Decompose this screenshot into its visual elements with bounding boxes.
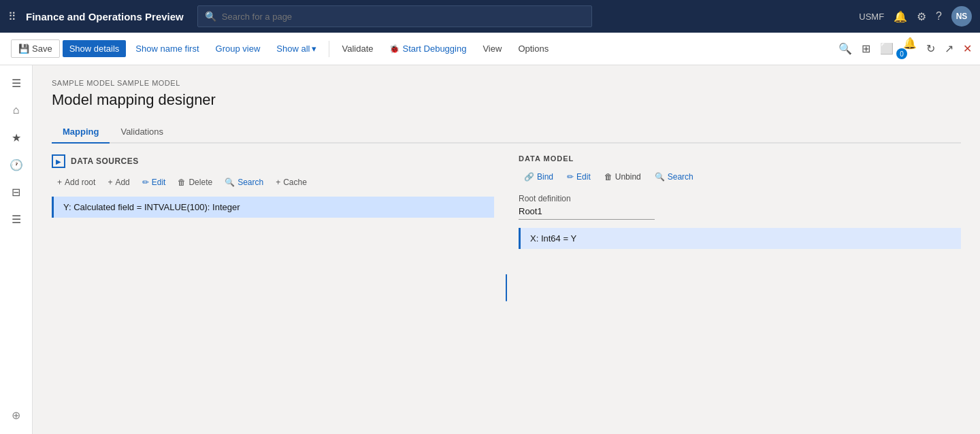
data-model-panel: DATA MODEL 🔗 Bind ✏ Edit 🗑 Unbind — [508, 154, 961, 421]
settings-icon[interactable]: ⚙ — [917, 10, 926, 23]
tab-validations[interactable]: Validations — [110, 121, 174, 144]
root-definition-value[interactable]: Root1 — [519, 206, 655, 220]
panel-collapse-icon[interactable]: ▶ — [52, 154, 65, 168]
tabs: Mapping Validations — [52, 121, 961, 144]
help-icon[interactable]: ? — [936, 10, 942, 22]
maximize-button[interactable]: ↗ — [942, 39, 956, 58]
main-content: SAMPLE MODEL SAMPLE MODEL Model mapping … — [33, 65, 980, 434]
panels-container: ▶ DATA SOURCES + Add root + Add ✏ Edit — [52, 154, 961, 421]
nav-right-controls: USMF 🔔 ⚙ ? NS — [859, 6, 972, 27]
personalize-button[interactable]: ⊞ — [859, 39, 873, 58]
open-in-new-button[interactable]: ⬜ — [877, 39, 896, 58]
toolbar-right: 🔍 ⊞ ⬜ 🔔 0 ↻ ↗ ✕ — [836, 34, 975, 63]
refresh-button[interactable]: ↻ — [924, 39, 938, 58]
delete-button[interactable]: 🗑 Delete — [172, 175, 218, 190]
sidebar: ☰ ⌂ ★ 🕐 ⊟ ☰ ⊕ — [0, 65, 33, 434]
sidebar-item-workspaces[interactable]: ⊟ — [4, 180, 29, 204]
add-button[interactable]: + Add — [102, 175, 135, 190]
breadcrumb: SAMPLE MODEL SAMPLE MODEL — [52, 79, 961, 87]
data-sources-panel: ▶ DATA SOURCES + Add root + Add ✏ Edit — [52, 154, 505, 421]
start-debugging-button[interactable]: 🐞 Start Debugging — [382, 40, 473, 57]
data-sources-title: DATA SOURCES — [71, 156, 139, 166]
app-body: ☰ ⌂ ★ 🕐 ⊟ ☰ ⊕ SAMPLE MODEL SAMPLE MODEL … — [0, 65, 980, 434]
chevron-down-icon: ▾ — [312, 44, 316, 54]
edit-dm-button[interactable]: ✏ Edit — [561, 169, 596, 184]
save-icon: 💾 — [18, 44, 29, 54]
show-all-button[interactable]: Show all ▾ — [270, 40, 323, 57]
show-details-button[interactable]: Show details — [63, 40, 127, 57]
toolbar-separator — [329, 41, 329, 57]
unbind-button[interactable]: 🗑 Unbind — [599, 169, 647, 184]
add-root-button[interactable]: + Add root — [52, 175, 101, 190]
root-definition-label: Root definition — [519, 194, 961, 203]
search-dm-icon: 🔍 — [655, 172, 665, 182]
tab-mapping[interactable]: Mapping — [52, 121, 110, 144]
cache-button[interactable]: + Cache — [270, 175, 312, 190]
options-button[interactable]: Options — [511, 40, 555, 57]
sidebar-item-modules[interactable]: ☰ — [4, 207, 29, 231]
bind-icon: 🔗 — [524, 172, 534, 182]
plus-icon: + — [57, 178, 62, 187]
bind-button[interactable]: 🔗 Bind — [519, 169, 559, 184]
sidebar-item-favorites[interactable]: ★ — [4, 125, 29, 150]
search-input[interactable] — [222, 12, 585, 22]
search-icon: 🔍 — [205, 11, 216, 22]
cache-icon: + — [276, 178, 280, 187]
search-ds-icon: 🔍 — [225, 178, 235, 187]
sidebar-item-home[interactable]: ⌂ — [4, 98, 29, 122]
search-box[interactable]: 🔍 — [197, 5, 592, 27]
close-button[interactable]: ✕ — [960, 39, 975, 58]
data-sources-header: ▶ DATA SOURCES — [52, 154, 494, 168]
view-button[interactable]: View — [476, 40, 508, 57]
show-name-first-button[interactable]: Show name first — [129, 40, 206, 57]
validate-button[interactable]: Validate — [335, 40, 380, 57]
data-sources-actions: + Add root + Add ✏ Edit 🗑 Delete — [52, 175, 494, 190]
debug-icon: 🐞 — [389, 44, 399, 54]
sidebar-item-recent[interactable]: 🕐 — [4, 152, 29, 177]
avatar[interactable]: NS — [951, 6, 972, 27]
add-icon: + — [108, 178, 112, 187]
toolbar: 💾 Save Show details Show name first Grou… — [0, 33, 980, 65]
unbind-icon: 🗑 — [604, 172, 612, 182]
save-button[interactable]: 💾 Save — [11, 39, 60, 58]
grid-menu-icon[interactable]: ⠿ — [8, 10, 16, 23]
edit-button[interactable]: ✏ Edit — [137, 175, 172, 190]
notifications-icon[interactable]: 🔔 — [894, 10, 907, 23]
divider-bar — [506, 274, 507, 301]
notification-badge: 0 — [896, 48, 907, 59]
app-title: Finance and Operations Preview — [26, 11, 184, 22]
data-model-actions: 🔗 Bind ✏ Edit 🗑 Unbind 🔍 Search — [519, 169, 961, 184]
delete-icon: 🗑 — [178, 178, 186, 187]
search-dm-button[interactable]: 🔍 Search — [649, 169, 699, 184]
user-company: USMF — [859, 12, 884, 22]
table-row[interactable]: Y: Calculated field = INTVALUE(100): Int… — [52, 197, 494, 218]
search-ds-button[interactable]: 🔍 Search — [219, 175, 269, 190]
search-toolbar-button[interactable]: 🔍 — [836, 39, 855, 58]
page-title: Model mapping designer — [52, 91, 961, 109]
edit-icon: ✏ — [142, 178, 149, 187]
edit-dm-icon: ✏ — [567, 172, 574, 182]
sidebar-toggle[interactable]: ☰ — [4, 71, 29, 95]
sidebar-item-filter[interactable]: ⊕ — [4, 403, 29, 427]
top-nav: ⠿ Finance and Operations Preview 🔍 USMF … — [0, 0, 980, 33]
table-row[interactable]: X: Int64 = Y — [519, 228, 961, 249]
data-model-title: DATA MODEL — [519, 154, 961, 163]
group-view-button[interactable]: Group view — [209, 40, 267, 57]
